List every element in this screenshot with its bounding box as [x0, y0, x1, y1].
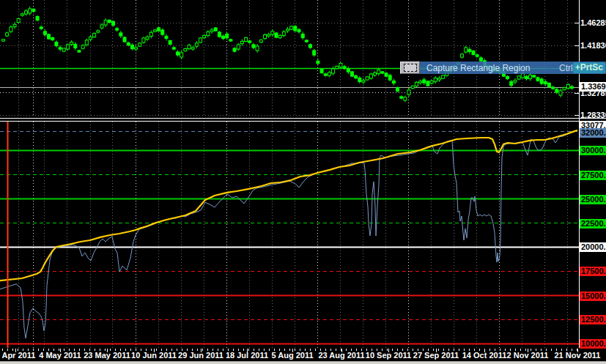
date-axis-label: 23 May 2011	[84, 351, 130, 360]
date-axis-label: 10 Sep 2011	[366, 351, 411, 360]
window-bottom-border	[0, 361, 606, 364]
date-axis-label: 27 Sep 2011	[413, 351, 459, 360]
balance-line	[0, 130, 577, 281]
date-axis-label: 10 Jun 2011	[131, 351, 177, 360]
date-axis-label: 14 Oct 2011	[462, 351, 507, 360]
shortcut-prefix: Ctrl	[559, 63, 573, 73]
shortcut-key-badge: +PrtSc	[573, 62, 605, 73]
capture-region-toolbar[interactable]: Capture Rectangle Region Ctrl +PrtSc	[400, 62, 606, 74]
date-axis-label: 5 Apr 2011	[0, 351, 35, 360]
date-axis-label: 21 Nov 2011	[555, 351, 601, 360]
equity-line	[0, 130, 577, 338]
indicator-scale-label: 30000.0	[580, 146, 606, 155]
date-axis-label: 18 Jul 2011	[226, 351, 268, 360]
indicator-scale-label: 12500.0	[580, 315, 606, 324]
price-scale-label: 1.46285	[580, 18, 606, 28]
capture-rectangle-button[interactable]	[400, 62, 420, 74]
price-scale-label: 1.28330	[580, 111, 606, 120]
date-axis-label: 2 Nov 2011	[507, 351, 549, 360]
price-scale-label: 1.41830	[580, 41, 606, 51]
indicator-scale-label: 22500.0	[580, 219, 606, 229]
date-axis-label: 5 Aug 2011	[271, 351, 313, 360]
chart-canvas[interactable]	[0, 0, 606, 364]
date-axis-label: 23 Aug 2011	[318, 351, 364, 360]
indicator-scale-label: 15000.0	[580, 291, 606, 301]
indicator-scale-label: 10000.0	[580, 339, 606, 349]
indicator-scale-label: 32000.2	[580, 128, 606, 138]
date-axis-label: 4 May 2011	[39, 351, 81, 360]
indicator-scale-label: 27500.0	[580, 171, 606, 180]
dashed-rectangle-icon	[404, 64, 417, 72]
indicator-scale-label: 25000.0	[580, 195, 606, 204]
price-scale-label: 1.32785	[580, 89, 606, 98]
equity-balance-graph	[0, 130, 577, 338]
date-axis-label: 29 Jun 2011	[178, 351, 223, 360]
trading-chart-window: 1.462851.418301.336971.327851.2833033077…	[0, 0, 606, 364]
capture-tooltip-title: Capture Rectangle Region	[426, 63, 530, 73]
indicator-scale-label: 17500.0	[580, 267, 606, 276]
indicator-scale-label: 20000.0	[580, 242, 606, 252]
